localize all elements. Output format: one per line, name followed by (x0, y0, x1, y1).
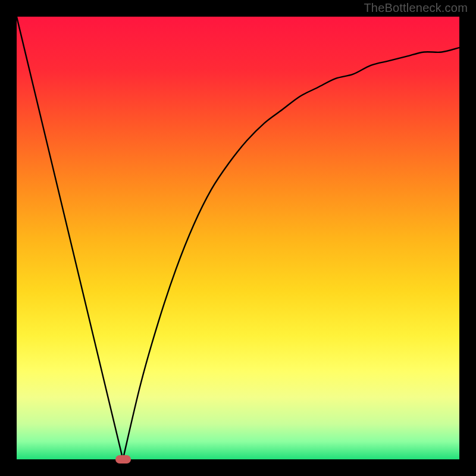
gradient-background (17, 17, 459, 459)
chart-frame: TheBottleneck.com (0, 0, 476, 476)
plot-area (17, 17, 459, 459)
watermark-text: TheBottleneck.com (364, 1, 468, 15)
chart-svg (17, 17, 459, 459)
